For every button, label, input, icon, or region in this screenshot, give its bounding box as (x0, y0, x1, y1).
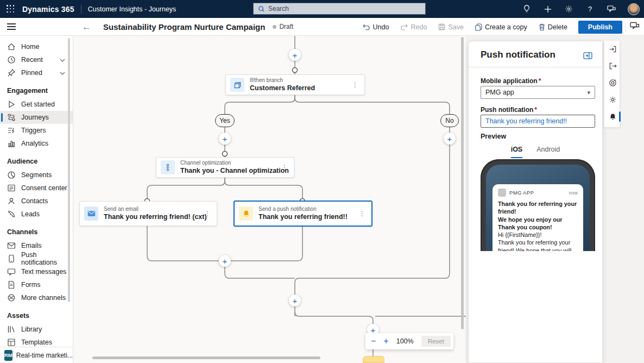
sidebar-item-contacts[interactable]: Contacts (0, 195, 73, 208)
lightbulb-icon[interactable] (522, 4, 531, 14)
sidebar-item-label: More channels (21, 294, 66, 302)
account-avatar[interactable] (628, 3, 640, 15)
sidebar-item-label: Contacts (21, 197, 48, 205)
add-step-button[interactable]: + (289, 295, 301, 306)
open-in-pane-icon[interactable] (583, 52, 592, 61)
sidebar-item-leads[interactable]: Leads (0, 208, 73, 221)
copy-icon (475, 23, 482, 31)
sidebar-item-journeys[interactable]: Journeys (0, 111, 73, 124)
sidebar-scrollbar[interactable] (68, 38, 70, 302)
node-channel-optimization[interactable]: Channel optimization Thank you - Channel… (156, 157, 294, 178)
sidebar-item-segments[interactable]: Segments (0, 168, 73, 182)
sidebar-item-analytics[interactable]: Analytics (0, 137, 73, 150)
waffle-icon[interactable] (7, 5, 15, 13)
node-if-then-branch[interactable]: If/then branch Customers Referred ⋮ (225, 74, 365, 95)
sidebar-item-triggers[interactable]: Triggers (0, 124, 73, 137)
rail-notification-icon[interactable] (604, 108, 621, 125)
redo-icon (400, 23, 408, 30)
chat-feedback-icon[interactable] (630, 22, 640, 33)
chevron-down-icon[interactable] (60, 69, 65, 77)
rail-exit-icon[interactable] (604, 58, 621, 74)
sidebar-item-emails[interactable]: Emails (0, 239, 73, 252)
branch-label-no[interactable]: No (440, 114, 459, 127)
node-type-label: Send a push notification (258, 206, 352, 213)
node-menu-icon[interactable]: ⋮ (350, 81, 360, 89)
feedback-icon[interactable] (607, 4, 616, 14)
add-step-button[interactable]: + (444, 133, 456, 145)
sidebar-section-channels: Channels (0, 221, 73, 239)
sidebar-item-label: Text messages (21, 268, 66, 276)
sidebar-item-consent-center[interactable]: Consent center (0, 182, 73, 195)
redo-button[interactable]: Redo (396, 21, 431, 33)
sidebar-item-recent[interactable]: Recent (0, 53, 73, 66)
search-input[interactable]: Search (253, 3, 426, 15)
add-step-button[interactable]: + (219, 133, 231, 145)
node-menu-icon[interactable]: ⋮ (203, 210, 212, 217)
sidebar-item-label: Library (21, 326, 42, 333)
tab-ios[interactable]: iOS (511, 146, 523, 158)
canvas-horizontal-scrollbar[interactable] (92, 356, 320, 359)
canvas-vertical-scrollbar[interactable] (461, 37, 464, 329)
sidebar-item-label: Triggers (21, 127, 46, 134)
contacts-icon (7, 197, 16, 205)
rail-entry-icon[interactable] (604, 41, 621, 58)
status-dot (273, 25, 276, 29)
sidebar-item-label: Analytics (21, 140, 48, 147)
sidebar-item-library[interactable]: Library (0, 323, 73, 336)
sidebar-item-label: Journeys (21, 114, 49, 121)
templates-icon (7, 338, 16, 347)
node-send-email[interactable]: Send an email Thank you referring friend… (79, 201, 217, 226)
add-step-button[interactable]: + (289, 49, 301, 61)
zoom-out-button[interactable]: − (371, 337, 376, 346)
delete-button[interactable]: Delete (535, 21, 571, 33)
area-switcher[interactable]: RM Real-time marketi... (0, 347, 73, 363)
node-title: Thank you - Channel optimization (180, 166, 274, 175)
push-notification-icon (239, 206, 253, 221)
mobile-application-select[interactable]: PMG app ▾ (481, 86, 595, 99)
help-icon[interactable]: ? (585, 4, 595, 14)
app-context[interactable]: Customer Insights - Journeys (88, 5, 176, 13)
rail-settings-icon[interactable] (604, 91, 621, 108)
notification-subtitle: We hope you enjoy our Thank you coupon! (498, 216, 578, 231)
add-step-button[interactable]: + (219, 255, 231, 267)
sidebar-item-forms[interactable]: Forms (0, 278, 73, 291)
push-notification-input[interactable] (481, 115, 595, 128)
publish-button[interactable]: Publish (578, 21, 622, 34)
panel-rail (604, 41, 620, 128)
node-send-push-notification[interactable]: Send a push notification Thank you refer… (233, 201, 372, 227)
cut-off-node[interactable] (363, 356, 384, 363)
app-name[interactable]: Dynamics 365 (22, 5, 74, 14)
required-marker: * (534, 106, 537, 114)
sidebar-item-pinned[interactable]: Pinned (0, 66, 73, 79)
node-menu-icon[interactable]: ⋮ (357, 210, 367, 217)
status-badge: Draft (279, 23, 293, 30)
node-menu-icon[interactable]: ⋮ (280, 164, 289, 171)
sidebar-item-label: Recent (21, 56, 43, 64)
node-type-label: Send an email (104, 206, 197, 213)
phone-screen: PMG APP now Thank you for referring your… (486, 165, 590, 251)
add-icon[interactable] (543, 4, 552, 14)
sidebar-item-home[interactable]: Home (0, 40, 73, 53)
undo-button[interactable]: Undo (359, 21, 393, 33)
sidebar-item-get-started[interactable]: Get started (0, 98, 73, 111)
sidebar-item-more-channels[interactable]: More channels (0, 291, 73, 304)
sidebar-item-text-messages[interactable]: Text messages (0, 265, 73, 278)
command-bar-divider (625, 22, 626, 32)
back-button[interactable]: ← (82, 22, 91, 32)
chevron-down-icon[interactable] (60, 56, 65, 64)
gear-icon[interactable] (564, 4, 573, 14)
zoom-in-button[interactable]: + (383, 337, 388, 346)
zoom-reset-button[interactable]: Reset (421, 336, 451, 347)
create-copy-button[interactable]: Create a copy (471, 21, 531, 33)
hamburger-icon[interactable] (7, 23, 16, 30)
phone-preview: PMG APP now Thank you for referring your… (481, 159, 595, 251)
panel-divider (469, 67, 602, 67)
tab-android[interactable]: Android (536, 146, 560, 158)
save-button[interactable]: Save (434, 21, 468, 33)
journey-canvas[interactable]: + + + + + + If/then branch Customers Ref… (73, 36, 467, 363)
branch-label-yes[interactable]: Yes (215, 114, 235, 127)
sidebar-item-push-notifications[interactable]: Push notifications (0, 252, 73, 265)
rail-goal-icon[interactable] (604, 74, 621, 91)
notification-card: PMG APP now Thank you for referring your… (493, 184, 583, 251)
send-email-icon (84, 206, 98, 221)
